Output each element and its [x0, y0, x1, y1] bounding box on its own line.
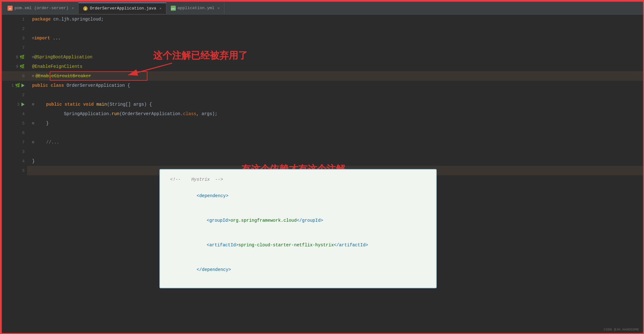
code-line-15: ⊟ } [27, 119, 644, 128]
code-line-18 [27, 147, 644, 156]
code-line-1: package cn.ljh.springcloud; [27, 15, 644, 24]
tab-yml-label: application.yml [178, 6, 215, 10]
yml-icon: yml [171, 6, 176, 11]
gutter-line-3: 3 [2, 33, 27, 43]
gutter-line-14: 4 [2, 109, 27, 119]
gutter-line-19: 4 [2, 156, 27, 166]
gutter-line-12: 2 [2, 90, 27, 100]
gutter-line-16: 6 [2, 128, 27, 138]
xml-line-comment: <!-- Hystrix --> [170, 175, 428, 184]
gutter-line-1: 1 [2, 15, 27, 24]
gutter-line-11: 1 🌿 [2, 81, 27, 90]
xml-popup: <!-- Hystrix --> <dependency> <groupId>o… [159, 169, 437, 288]
svg-text:J: J [85, 8, 86, 11]
svg-text:yml: yml [171, 7, 175, 10]
xml-line-artifactid: <artifactId>spring-cloud-starter-netflix… [170, 233, 428, 257]
svg-text:m: m [9, 7, 11, 10]
code-line-11: public class OrderServerApplication { [27, 81, 644, 90]
leaf-icon-8: 🌿 [20, 55, 25, 60]
tab-pom-label: pom.xml (order-server) [14, 6, 69, 10]
xml-line-groupid: <groupId>org.springframework.cloud</grou… [170, 208, 428, 233]
code-line-7 [27, 43, 644, 52]
tab-yml-close[interactable]: ✕ [218, 6, 220, 10]
gutter-line-10: 0 [2, 71, 27, 81]
code-line-14: SpringApplication. run( OrderServerAppli… [27, 109, 644, 119]
tab-java[interactable]: J OrderServerApplication.java ✕ [78, 3, 166, 14]
xml-line-dep-close: </dependency> [170, 257, 428, 282]
tab-pom[interactable]: m pom.xml (order-server) ✕ [3, 3, 78, 14]
gutter-line-18: 3 [2, 147, 27, 156]
code-line-2 [27, 24, 644, 33]
code-line-12 [27, 90, 644, 100]
leaf-icon-11: 🌿 [15, 83, 20, 88]
code-line-8: ⊟ @SpringBootApplication [27, 52, 644, 62]
tab-pom-close[interactable]: ✕ [72, 6, 74, 10]
editor-body: 1 2 3 7 8 🌿 9 🌿 0 [2, 15, 644, 334]
fold-icon-10[interactable]: ⊟ [32, 71, 34, 81]
gutter-line-2: 2 [2, 24, 27, 33]
xml-line-dep-open: <dependency> [170, 184, 428, 208]
fold-icon-13[interactable]: ⊟ [32, 100, 34, 109]
fold-icon-3[interactable]: ⊟ [32, 33, 34, 43]
fold-icon-17[interactable]: ⊟ [32, 138, 34, 147]
fold-icon-15[interactable]: ⊟ [32, 119, 34, 128]
java-icon: J [83, 6, 88, 11]
line-gutter: 1 2 3 7 8 🌿 9 🌿 0 [2, 15, 27, 334]
run-icon-11[interactable] [21, 84, 25, 87]
code-area[interactable]: package cn.ljh.springcloud; ⊟ import ...… [27, 15, 644, 334]
pom-icon: m [8, 6, 13, 11]
gutter-line-17: 7 [2, 138, 27, 147]
code-line-13: ⊟ public static void main( String[] args… [27, 100, 644, 109]
gutter-line-7: 7 [2, 43, 27, 52]
gutter-line-15: 5 [2, 119, 27, 128]
tab-yml[interactable]: yml application.yml ✕ [166, 3, 225, 14]
code-line-19: } [27, 156, 644, 166]
gutter-line-13: 3 [2, 100, 27, 109]
fold-icon-8[interactable]: ⊟ [32, 52, 34, 62]
code-line-9: @EnableFeignClients [27, 62, 644, 71]
tab-bar: m pom.xml (order-server) ✕ J OrderServer… [2, 2, 644, 15]
code-line-10: ⊟ @EnableCircuitBreaker [27, 71, 644, 81]
run-icon-13[interactable] [21, 103, 25, 106]
leaf-icon-9: 🌿 [20, 64, 25, 69]
tab-java-label: OrderServerApplication.java [90, 6, 156, 11]
tab-java-close[interactable]: ✕ [159, 6, 162, 10]
editor-window: m pom.xml (order-server) ✕ J OrderServer… [1, 1, 644, 334]
code-line-17: ⊟ //... [27, 138, 644, 147]
code-line-3: ⊟ import ... [27, 33, 644, 43]
gutter-line-9: 9 🌿 [2, 62, 27, 71]
gutter-line-8: 8 🌿 [2, 52, 27, 62]
gutter-line-20: 5 [2, 166, 27, 175]
code-line-16 [27, 128, 644, 138]
